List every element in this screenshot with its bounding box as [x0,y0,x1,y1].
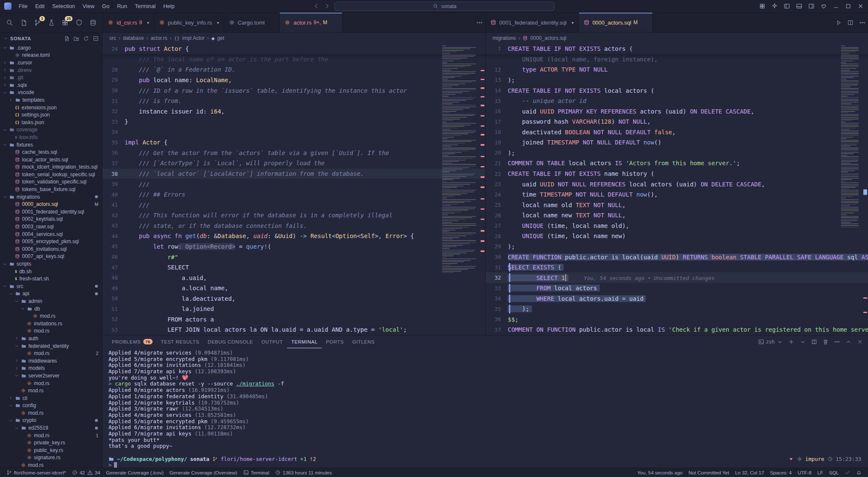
split-action-button[interactable] [844,13,856,32]
code-line[interactable]: 36 /// Get the actor from the `actors` t… [103,148,485,158]
code-line[interactable]: 40 /// ## Errors [103,189,485,200]
code-line[interactable]: 30CREATE FUNCTION public.actor_is_local(… [486,252,868,262]
code-line[interactable]: 19 joined TIMESTAMP NOT NULL DEFAULT now… [486,137,868,148]
close-icon[interactable] [857,339,863,345]
trash-icon[interactable] [823,339,829,345]
menu-go[interactable]: Go [98,2,113,10]
tree-item-mod.rs[interactable]: mod.rs [0,461,102,468]
tree-item-crypto[interactable]: crypto [0,417,102,424]
tree-item-public_key.rs[interactable]: public_key.rs [0,446,102,454]
code-line[interactable]: 12 type ACTOR_TYPE NOT NULL [486,64,868,75]
status-diagnostics[interactable]: 4234 [69,468,103,477]
status-encoding[interactable]: UTF-8 [795,468,815,477]
status-wakatime[interactable]: 1363 hours 11 minutes [272,468,335,477]
tree-item-mod.rs[interactable]: mod.rs [0,327,102,335]
more-action-button[interactable] [473,13,485,32]
code-line[interactable]: 28 UNIQUE (time, local_name_new) [486,231,868,241]
tab-0000_actors.sql[interactable]: 0000_actors.sqlM [579,13,653,32]
menu-view[interactable]: View [79,2,98,10]
tree-item-private_key.rs[interactable]: private_key.rs [0,439,102,446]
tab-0001_federated_identity.sql[interactable]: 0001_federated_identity.sql● [486,13,579,32]
modified-dot-icon[interactable]: ● [572,21,574,25]
tree-item-.vscode[interactable]: .vscode [0,89,102,97]
code-line[interactable]: 39 /// [103,179,485,189]
tree-item-settings.json[interactable]: {}settings.json [0,111,102,119]
code-line[interactable]: 37 /// [`ActorType`] is `Local`, will pr… [103,158,485,169]
code-line[interactable]: 32 instance_issuer_id: i64, [103,106,485,116]
activity-branch-button[interactable]: 3 [32,17,43,28]
code-line[interactable]: 52 FROM actors a [103,314,485,325]
code-line[interactable]: 41 /// [103,200,485,210]
tree-item-config[interactable]: config [0,402,102,410]
tab-actor.rs[interactable]: actor.rs9+,M [280,13,342,32]
tree-item-.cursor[interactable]: .cursor [0,59,102,67]
search-box[interactable]: sonata [334,2,555,11]
code-line[interactable]: 20); [486,148,868,158]
code-line[interactable]: 48 a.uaid, [103,272,485,283]
code-line[interactable]: 51 la.joined [103,304,485,314]
panel-tab-test-results[interactable]: TEST RESULTS [157,336,204,348]
terminal[interactable]: Applied 4/migrate services (9.094871ms)A… [103,348,868,468]
tree-item-mock_idcert_integration_tests.sql[interactable]: mock_idcert_integration_tests.sql [0,164,102,171]
code-line[interactable]: 16 uaid UUID PRIMARY KEY REFERENCES acto… [486,106,868,116]
activity-ext-button[interactable]: 25 [59,17,71,28]
panel-tab-gitlens[interactable]: GITLENS [348,336,379,348]
tree-item-templates[interactable]: templates [0,96,102,104]
code-line[interactable]: 31 /// is from. [103,96,485,106]
tree-item-invitations.rs[interactable]: invitations.rs [0,320,102,327]
code-line[interactable]: 29 pub local_name: LocalName, [103,75,485,86]
tab-Cargo.toml[interactable]: Cargo.toml [224,13,280,32]
tree-item-fixtures[interactable]: fixtures [0,141,102,149]
tree-item-release.toml[interactable]: release.toml [0,52,102,59]
tree-item-0005_encrypted_pkm.sql[interactable]: 0005_encrypted_pkm.sql [0,238,102,245]
heart-icon[interactable] [821,3,827,9]
tree-item-token_serial_lookup_specific.sql[interactable]: token_serial_lookup_specific.sql [0,171,102,178]
activity-shield-button[interactable] [73,17,85,28]
tree-item-.direnv[interactable]: .direnv [0,67,102,74]
code-line[interactable]: 34 [103,127,485,138]
code-editor-actor-rs[interactable]: 24pub struct Actor { /// The local name … [103,44,485,335]
code-line[interactable]: 33 FROM local_actors [486,283,868,294]
status-cursor-position[interactable]: Ln 32, Col 17 [732,468,767,477]
tree-item-api[interactable]: api [0,290,102,298]
modified-dot-icon[interactable]: ● [217,21,219,25]
panel-tab-terminal[interactable]: TERMINAL [287,336,322,348]
terminal-input-line[interactable]: > [108,462,868,468]
refresh-icon[interactable] [83,36,89,42]
tree-item-0002_keytrials.sql[interactable]: 0002_keytrials.sql [0,216,102,223]
code-line[interactable]: 34 WHERE local_actors.uaid = uaid [486,294,868,304]
terminal-profile-select[interactable]: zsh [758,339,783,345]
tree-item-models[interactable]: models [0,365,102,372]
panel-tab-problems[interactable]: PROBLEMS76 [108,336,157,348]
code-line[interactable]: 47 SELECT [103,262,485,273]
code-line[interactable]: 21COMMENT ON TABLE local_actors IS 'Acto… [486,158,868,169]
tree-item-scripts[interactable]: scripts [0,260,102,268]
code-line[interactable]: 45 let row: Option<Record> = query!( [103,241,485,252]
status-terminal[interactable]: Terminal [240,468,272,477]
tree-item-extensions.json[interactable]: {}extensions.json [0,104,102,111]
tree-item-admin[interactable]: admin [0,297,102,305]
code-line[interactable]: 14CREATE TABLE IF NOT EXISTS local_actor… [486,85,868,96]
more-action-button[interactable] [856,13,868,32]
code-line[interactable]: 46 r#" [103,252,485,262]
split-icon[interactable] [811,339,817,345]
code-line[interactable]: 32 SELECT 1You, 54 seconds ago • Uncommi… [486,272,868,283]
close-icon[interactable] [270,20,275,25]
play-action-button[interactable] [832,13,844,32]
tree-item-0003_rawr.sql[interactable]: 0003_rawr.sql [0,223,102,230]
tree-item-local_actor_tests.sql[interactable]: local_actor_tests.sql [0,156,102,164]
code-line[interactable]: 36$$; [486,314,868,325]
menu-run[interactable]: Run [113,2,131,10]
tree-item-cli[interactable]: cli [0,394,102,402]
close-icon[interactable] [332,20,337,25]
code-line[interactable]: 22CREATE TABLE IF NOT EXISTS name_histor… [486,169,868,179]
grid-icon[interactable] [759,3,765,9]
tree-item-0000_actors.sql[interactable]: 0000_actors.sqlM [0,200,102,208]
menu-file[interactable]: File [15,2,31,10]
code-line[interactable]: /// The local name of an actor is the pa… [103,54,485,65]
code-line[interactable]: 50 la.deactivated, [103,294,485,304]
tree-item-fresh-start.sh[interactable]: $fresh-start.sh [0,275,102,283]
code-line[interactable]: 35impl Actor { [103,137,485,148]
status-language[interactable]: SQL [826,468,842,477]
explorer-header[interactable]: SONATA [0,33,102,44]
